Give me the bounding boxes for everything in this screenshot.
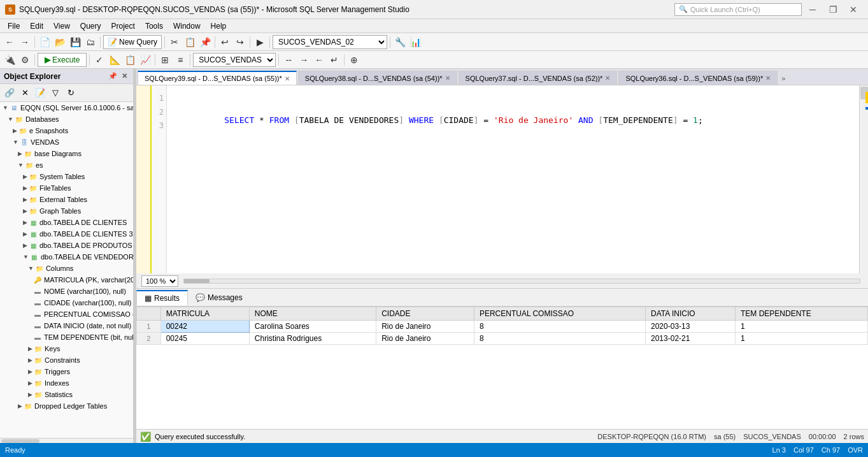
cell-matricula-2[interactable]: 00245 <box>160 333 249 345</box>
paste-btn[interactable]: 📌 <box>198 35 212 49</box>
outdent-btn[interactable]: ← <box>312 53 326 67</box>
tab-bar-overflow[interactable]: » <box>778 72 789 85</box>
oe-refresh-btn[interactable]: ↻ <box>64 86 78 100</box>
save-btn[interactable]: 💾 <box>68 35 82 49</box>
include-actual-plan-btn[interactable]: 📋 <box>123 53 137 67</box>
oe-new-query-btn[interactable]: 📝 <box>33 86 47 100</box>
cell-datainicio-1[interactable]: 2020-03-13 <box>646 321 736 333</box>
tab-close-icon[interactable]: ✕ <box>605 75 610 82</box>
results-to-text-btn[interactable]: ≡ <box>173 53 187 67</box>
menu-tools[interactable]: Tools <box>140 20 168 32</box>
misc-btn[interactable]: ⊕ <box>347 53 361 67</box>
oe-connect-btn[interactable]: 🔗 <box>3 86 17 100</box>
editor-content[interactable]: 1 2 3 SELECT * FROM [TABELA DE VENDEDORE… <box>136 85 868 273</box>
copy-btn[interactable]: 📋 <box>183 35 197 49</box>
oe-item-dropped-ledger[interactable]: ▶ 📁 Dropped Ledger Tables <box>0 400 133 412</box>
new-file-btn[interactable]: 📄 <box>38 35 52 49</box>
word-wrap-btn[interactable]: ↵ <box>327 53 341 67</box>
results-to-grid-btn[interactable]: ⊞ <box>158 53 172 67</box>
oe-item-filetables[interactable]: ▶ 📁 FileTables <box>0 182 133 194</box>
show-plan-btn[interactable]: 📐 <box>108 53 122 67</box>
oe-col-nome[interactable]: ▬ NOME (varchar(100), null) <box>0 286 133 297</box>
oe-hscrollbar-thumb[interactable] <box>1 439 39 443</box>
oe-item-tables-folder[interactable]: ▼ 📁 es <box>0 159 133 171</box>
hscrollbar[interactable] <box>183 279 860 284</box>
tab-messages[interactable]: 💬 Messages <box>188 291 250 305</box>
cell-temdependente-2[interactable]: 1 <box>735 333 867 345</box>
maximize-button[interactable]: ❐ <box>823 3 843 16</box>
oe-close-btn[interactable]: ✕ <box>119 71 129 82</box>
oe-col-matricula[interactable]: 🔑 MATRICULA (PK, varchar(20… <box>0 274 133 286</box>
include-client-stats-btn[interactable]: 📈 <box>138 53 152 67</box>
oe-col-temdependente[interactable]: ▬ TEM DEPENDENTE (bit, null) <box>0 331 133 343</box>
oe-pin-btn[interactable]: 📌 <box>108 71 118 82</box>
oe-item-columns-folder[interactable]: ▼ 📁 Columns <box>0 263 133 274</box>
cell-percentual-2[interactable]: 8 <box>474 333 645 345</box>
menu-file[interactable]: File <box>3 20 25 32</box>
oe-disconnect-btn[interactable]: ✕ <box>18 86 32 100</box>
tab-close-icon[interactable]: ✕ <box>445 75 450 82</box>
oe-item-databases[interactable]: ▼ 📁 Databases <box>0 113 133 125</box>
menu-query[interactable]: Query <box>75 20 106 32</box>
tab-sqlquery39[interactable]: SQLQuery39.sql - D...S_VENDAS (sa (55))*… <box>138 71 297 85</box>
undo-btn[interactable]: ↩ <box>218 35 232 49</box>
oe-item-external-tables[interactable]: ▶ 📁 External Tables <box>0 194 133 205</box>
oe-item-graph-tables[interactable]: ▶ 📁 Graph Tables <box>0 205 133 217</box>
oe-item-triggers[interactable]: ▶ 📁 Triggers <box>0 366 133 377</box>
oe-item-vendas[interactable]: ▼ 🗄 VENDAS <box>0 136 133 148</box>
cell-matricula-1[interactable]: 00242 <box>160 321 249 333</box>
database-select-2[interactable]: SUCOS_VENDAS <box>193 53 276 67</box>
oe-col-cidade[interactable]: ▬ CIDADE (varchar(100), null) <box>0 297 133 308</box>
table-row[interactable]: 1 00242 Carolina Soares Rio de Janeiro 8… <box>137 321 868 333</box>
tab-close-icon[interactable]: ✕ <box>765 75 771 82</box>
new-query-button[interactable]: 📝 New Query <box>103 35 162 49</box>
oe-item-table-clientes[interactable]: ▶ ▦ dbo.TABELA DE CLIENTES <box>0 217 133 228</box>
oe-col-datainicio[interactable]: ▬ DATA INICIO (date, not null) <box>0 320 133 331</box>
oe-server-item[interactable]: ▼ 🖥 EQQN (SQL Server 16.0.1000.6 - sa) <box>0 102 133 113</box>
oe-item-indexes[interactable]: ▶ 📁 Indexes <box>0 377 133 389</box>
cut-btn[interactable]: ✂ <box>167 35 181 49</box>
menu-project[interactable]: Project <box>106 20 140 32</box>
zoom-select[interactable]: 100 % <box>141 275 178 287</box>
oe-item-table-clientes3[interactable]: ▶ ▦ dbo.TABELA DE CLIENTES 3 <box>0 228 133 240</box>
tab-sqlquery36[interactable]: SQLQuery36.sql - D...S_VENDAS (sa (59))*… <box>618 71 778 85</box>
connect-btn[interactable]: 🔌 <box>3 53 17 67</box>
oe-item-keys[interactable]: ▶ 📁 Keys <box>0 343 133 354</box>
sql-editor-code[interactable]: SELECT * FROM [TABELA DE VENDEDORES] WHE… <box>168 92 868 143</box>
cell-percentual-1[interactable]: 8 <box>474 321 645 333</box>
cell-datainicio-2[interactable]: 2013-02-21 <box>646 333 736 345</box>
minimize-button[interactable]: ─ <box>803 3 822 16</box>
editor-vscrollbar[interactable] <box>859 85 868 273</box>
menu-view[interactable]: View <box>48 20 75 32</box>
close-button[interactable]: ✕ <box>844 3 863 16</box>
hscrollbar-thumb[interactable] <box>184 279 210 283</box>
disconnect-btn[interactable]: ⚙ <box>18 53 32 67</box>
menu-window[interactable]: Window <box>168 20 206 32</box>
cell-nome-1[interactable]: Carolina Soares <box>249 321 376 333</box>
comment-btn[interactable]: -- <box>281 53 295 67</box>
oe-item-table-vendedores[interactable]: ▼ ▦ dbo.TABELA DE VENDEDORES <box>0 251 133 263</box>
tab-results[interactable]: ▦ Results <box>136 290 188 305</box>
menu-edit[interactable]: Edit <box>25 20 48 32</box>
tab-sqlquery37[interactable]: SQLQuery37.sql - D...S_VENDAS (sa (52))*… <box>459 71 618 85</box>
parse-btn[interactable]: ✓ <box>92 53 106 67</box>
indent-btn[interactable]: → <box>297 53 311 67</box>
redo-btn[interactable]: ↪ <box>233 35 247 49</box>
table-row[interactable]: 2 00245 Christina Rodrigues Rio de Janei… <box>137 333 868 345</box>
cell-nome-2[interactable]: Christina Rodrigues <box>249 333 376 345</box>
server-props-btn[interactable]: 🔧 <box>393 35 407 49</box>
tab-close-icon[interactable]: ✕ <box>285 75 290 82</box>
tab-sqlquery38[interactable]: SQLQuery38.sql - D...S_VENDAS (sa (54))*… <box>298 71 457 85</box>
oe-item-constraints[interactable]: ▶ 📁 Constraints <box>0 354 133 366</box>
database-select[interactable]: SUCOS_VENDAS_02 <box>273 35 387 49</box>
forward-btn[interactable]: → <box>18 35 32 49</box>
oe-item-diagrams[interactable]: ▶ 📁 base Diagrams <box>0 148 133 159</box>
oe-item-statistics[interactable]: ▶ 📁 Statistics <box>0 389 133 400</box>
oe-item-system-tables[interactable]: ▶ 📁 System Tables <box>0 171 133 182</box>
cell-cidade-1[interactable]: Rio de Janeiro <box>376 321 474 333</box>
save-all-btn[interactable]: 🗂 <box>83 35 97 49</box>
execute-button[interactable]: ▶ Execute <box>38 53 87 67</box>
back-btn[interactable]: ← <box>3 35 17 49</box>
oe-col-percentual[interactable]: ▬ PERCENTUAL COMISSAO (v… <box>0 308 133 320</box>
menu-help[interactable]: Help <box>206 20 232 32</box>
